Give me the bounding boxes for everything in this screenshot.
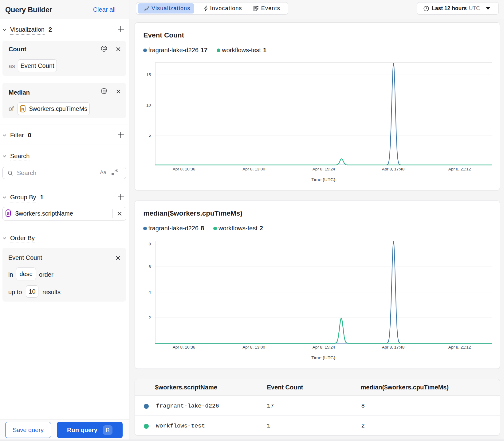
svg-text:Apr 8, 13:00: Apr 8, 13:00 — [242, 167, 265, 171]
svg-text:5: 5 — [148, 133, 151, 138]
svg-text:Apr 8, 10:36: Apr 8, 10:36 — [172, 167, 195, 171]
svg-text:Apr 8, 15:24: Apr 8, 15:24 — [312, 345, 335, 349]
svg-text:2: 2 — [148, 315, 151, 320]
svg-text:Apr 8, 17:48: Apr 8, 17:48 — [382, 345, 404, 349]
svg-text:Apr 8, 10:36: Apr 8, 10:36 — [172, 345, 195, 349]
svg-text:6: 6 — [148, 264, 151, 269]
svg-text:10: 10 — [146, 103, 151, 107]
svg-text:Apr 8, 15:24: Apr 8, 15:24 — [312, 167, 335, 171]
svg-text:Apr 8, 21:12: Apr 8, 21:12 — [448, 167, 471, 171]
svg-text:Apr 8, 17:48: Apr 8, 17:48 — [382, 167, 404, 171]
svg-text:Apr 8, 21:12: Apr 8, 21:12 — [448, 345, 471, 349]
svg-text:Time (UTC): Time (UTC) — [311, 177, 335, 182]
svg-text:15: 15 — [146, 72, 151, 77]
svg-text:Time (UTC): Time (UTC) — [311, 355, 335, 360]
svg-text:Apr 8, 13:00: Apr 8, 13:00 — [242, 345, 265, 349]
svg-text:4: 4 — [148, 290, 151, 295]
svg-text:8: 8 — [148, 242, 151, 246]
